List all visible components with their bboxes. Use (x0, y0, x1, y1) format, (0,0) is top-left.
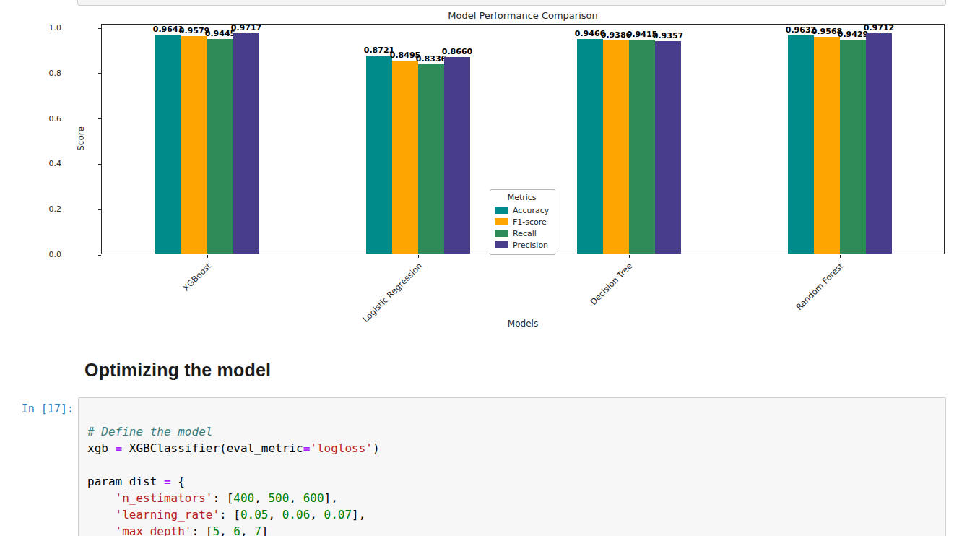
y-axis-label: Score (76, 126, 86, 151)
x-tick-mark (840, 255, 841, 258)
code-line: xgb = XGBClassifier(eval_metric='logloss… (87, 440, 938, 457)
code-token-n (87, 491, 116, 505)
y-tick-label: 0.2 (18, 204, 61, 214)
chart-figure: Model Performance Comparison 0.00.20.40.… (0, 7, 980, 341)
code-token-m: 0.06 (282, 508, 311, 522)
code-token-n: ], (352, 508, 365, 522)
code-token-s: 'n_estimators' (116, 491, 213, 505)
code-token-n: , (240, 524, 254, 536)
legend-row: Accuracy (495, 204, 549, 216)
bar-value-label: 0.9712 (856, 23, 902, 33)
legend-title: Metrics (495, 193, 549, 202)
code-token-n: , (268, 508, 282, 522)
bar (840, 40, 866, 254)
y-tick-mark (98, 73, 101, 74)
code-token-o: = (164, 475, 171, 488)
bar-value-label: 0.9717 (223, 23, 269, 33)
bar (155, 35, 181, 254)
code-token-n: ) (373, 441, 380, 455)
chart-title: Model Performance Comparison (101, 10, 945, 21)
code-token-n: : [ (220, 508, 240, 522)
code-token-n: : [ (212, 491, 233, 505)
legend-swatch (495, 218, 508, 225)
code-line: 'max_depth': [5, 6, 7] (87, 523, 938, 536)
code-token-m: 0.07 (324, 508, 352, 522)
code-token-m: 600 (303, 491, 324, 505)
code-token-n: ], (324, 491, 338, 505)
code-token-c: # Define the model (87, 425, 212, 438)
x-tick-label: XGBoost (181, 261, 213, 293)
legend: MetricsAccuracyF1-scoreRecallPrecision (490, 189, 555, 255)
x-axis-label: Models (101, 319, 945, 329)
code-line: 'learning_rate': [0.05, 0.06, 0.07], (87, 506, 938, 523)
legend-row: Precision (495, 239, 549, 251)
legend-swatch (495, 230, 508, 237)
legend-swatch (495, 207, 508, 214)
code-line (87, 407, 938, 423)
y-tick-mark (98, 28, 101, 29)
code-token-n: xgb (87, 441, 116, 455)
code-token-n: { (171, 475, 185, 488)
y-tick-mark (98, 255, 101, 256)
code-line: param_dist = { (87, 473, 938, 490)
bar (577, 39, 603, 254)
x-tick-label: Logistic Regression (360, 261, 424, 324)
bar-value-label: 0.9357 (645, 31, 691, 40)
bar (629, 40, 655, 254)
code-token-m: 500 (268, 491, 289, 505)
x-tick-label: Decision Tree (589, 261, 635, 307)
code-token-n (87, 508, 116, 522)
bar-value-label: 0.8660 (434, 47, 480, 56)
code-token-n: param_dist (87, 475, 164, 488)
legend-row: F1-score (495, 216, 549, 228)
input-prompt: In [17]: (9, 402, 74, 415)
bar (366, 56, 392, 254)
code-token-s: 'learning_rate' (116, 508, 220, 522)
y-tick-mark (98, 118, 101, 119)
code-token-n: XGBClassifier(eval_metric (122, 441, 303, 455)
code-token-n (87, 524, 116, 536)
legend-label: Recall (513, 229, 537, 238)
code-token-m: 6 (233, 524, 240, 536)
code-token-s: 'max_depth' (116, 524, 192, 536)
plot-area: 0.00.20.40.60.81.00.96410.95790.94450.97… (101, 24, 945, 254)
code-token-m: 400 (233, 491, 254, 505)
bar (207, 39, 233, 254)
x-tick-mark (418, 255, 419, 258)
bar (603, 40, 629, 254)
previous-cell-bottom-edge (77, 0, 946, 6)
bar (418, 64, 444, 254)
code-token-n: ] (261, 524, 269, 536)
code-token-n: : [ (192, 524, 213, 536)
code-token-n: , (310, 508, 324, 522)
y-tick-label: 0.6 (18, 114, 61, 124)
y-tick-label: 0.8 (18, 69, 61, 78)
code-cell-input[interactable]: # Define the modelxgb = XGBClassifier(ev… (78, 397, 946, 536)
code-token-n: , (220, 524, 233, 536)
bar (181, 36, 207, 254)
y-tick-mark (98, 164, 101, 165)
bar (788, 35, 814, 254)
code-token-m: 0.05 (240, 508, 269, 522)
y-tick-label: 0.4 (18, 159, 61, 168)
code-line: # Define the model (87, 423, 938, 440)
code-token-m: 5 (212, 524, 220, 536)
bar (866, 33, 892, 254)
code-token-o: = (303, 441, 311, 455)
bar (392, 61, 418, 254)
y-tick-mark (98, 209, 101, 210)
code-line (87, 457, 938, 473)
code-token-s: 'logloss' (310, 441, 373, 455)
code-editor[interactable]: # Define the modelxgb = XGBClassifier(ev… (87, 407, 938, 536)
legend-label: Accuracy (513, 206, 549, 215)
bar (444, 57, 470, 254)
x-tick-mark (629, 255, 630, 258)
markdown-heading: Optimizing the model (84, 360, 271, 381)
code-token-m: 7 (254, 524, 261, 536)
y-tick-label: 1.0 (18, 23, 61, 33)
legend-row: Recall (495, 228, 549, 239)
legend-label: F1-score (513, 217, 547, 227)
x-tick-label: Random Forest (794, 261, 846, 312)
code-token-n: , (254, 491, 268, 505)
legend-label: Precision (513, 241, 548, 250)
